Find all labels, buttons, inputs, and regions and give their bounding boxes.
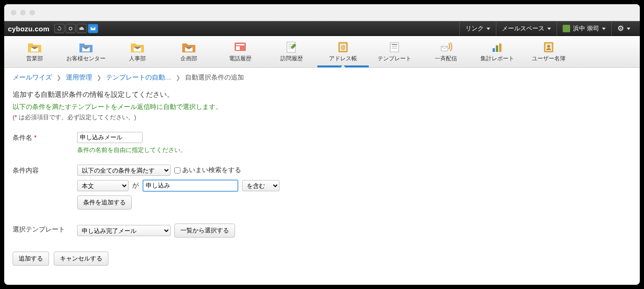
tool-visit-history[interactable]: 訪問履歴: [266, 39, 317, 67]
content-area: メールワイズ ❯ 運用管理 ❯ テンプレートの自動… ❯ 自動選択条件の追加 追…: [4, 68, 640, 285]
tool-report[interactable]: 集計レポート: [472, 39, 523, 67]
circle-icon[interactable]: [65, 24, 76, 33]
tool-sales[interactable]: 営業部: [9, 39, 60, 67]
required-note: (* は必須項目です。必ず設定してください。): [13, 113, 631, 122]
tool-label: アドレス帳: [317, 55, 369, 63]
tool-label: 人事部: [112, 55, 163, 63]
document-edit-icon: [284, 41, 299, 54]
macos-titlebar: [4, 4, 640, 21]
chevron-right-icon: ❯: [57, 74, 61, 81]
app-window: cybozu.com リンク メールスペース 浜中 崇司 ⚙: [4, 4, 640, 285]
report-icon: [490, 41, 505, 54]
svg-rect-9: [392, 44, 397, 45]
breadcrumb-link[interactable]: 運用管理: [66, 73, 92, 81]
svg-text:@: @: [341, 45, 345, 50]
breadcrumb-link[interactable]: メールワイズ: [13, 73, 52, 81]
svg-rect-12: [493, 48, 495, 52]
chevron-right-icon: ❯: [176, 74, 180, 81]
avatar: [563, 25, 570, 32]
label-condition-name: 条件名 *: [13, 132, 69, 142]
svg-rect-13: [496, 45, 498, 52]
match-mode-select[interactable]: 以下の全ての条件を満たす: [77, 165, 171, 176]
tool-hr[interactable]: 人事部: [112, 39, 163, 67]
fuzzy-label: あいまい検索をする: [182, 166, 241, 174]
template-select[interactable]: 申し込み完了メール: [77, 225, 171, 236]
tool-address-book[interactable]: @ アドレス帳: [317, 39, 369, 67]
tool-template[interactable]: テンプレート: [369, 39, 420, 67]
tool-label: テンプレート: [369, 55, 420, 63]
chevron-right-icon: ❯: [97, 74, 101, 81]
fuzzy-checkbox-wrap[interactable]: あいまい検索をする: [174, 166, 241, 174]
tool-label: ユーザー名簿: [523, 55, 574, 63]
breadcrumb-current: 自動選択条件の追加: [185, 73, 244, 81]
top-menu-links[interactable]: リンク: [459, 22, 496, 36]
tool-user-list[interactable]: ユーザー名簿: [523, 39, 574, 67]
folder-mail-icon: [130, 41, 145, 54]
chevron-down-icon: [547, 28, 551, 30]
chevron-down-icon: [602, 28, 606, 30]
svg-rect-11: [392, 48, 397, 49]
main-toolbar: 営業部 お客様センター 人事部 企画部 電話履歴 訪問履歴 @ アドレス帳 テン: [4, 36, 640, 68]
row-condition-name: 条件名 * 条件の名前を自由に指定してください。: [13, 132, 631, 154]
tool-label: 電話履歴: [215, 55, 266, 63]
refresh-icon[interactable]: [54, 24, 64, 33]
traffic-zoom[interactable]: [29, 10, 35, 15]
broadcast-icon: [438, 41, 453, 54]
top-menu-user-label: 浜中 崇司: [573, 24, 599, 33]
tool-broadcast[interactable]: 一斉配信: [420, 39, 472, 67]
svg-rect-3: [236, 46, 240, 50]
svg-rect-10: [392, 46, 397, 47]
fuzzy-checkbox[interactable]: [174, 167, 180, 173]
chevron-down-icon: [627, 28, 630, 30]
description-text: 以下の条件を満たすテンプレートをメール返信時に自動で選択します。: [13, 103, 631, 111]
tool-label: 集計レポート: [472, 55, 523, 63]
row-select-template: 選択テンプレート 申し込み完了メール 一覧から選択する: [13, 224, 631, 241]
submit-button[interactable]: 追加する: [13, 252, 49, 266]
form-actions: 追加する キャンセルする: [13, 252, 631, 266]
svg-rect-2: [236, 44, 244, 45]
top-menu-links-label: リンク: [465, 24, 484, 33]
tool-label: 営業部: [9, 55, 60, 63]
pick-from-list-button[interactable]: 一覧から選択する: [174, 224, 235, 238]
operator-select[interactable]: を含む: [242, 180, 279, 191]
folder-mail-icon: [181, 41, 196, 54]
cloud-icon[interactable]: [77, 24, 87, 33]
lead-text: 追加する自動選択条件の情報を設定してください。: [13, 90, 631, 99]
tool-planning[interactable]: 企画部: [163, 39, 215, 67]
tool-label: お客様センター: [60, 55, 112, 63]
top-menu-mailspace[interactable]: メールスペース: [496, 22, 557, 36]
top-menu-settings[interactable]: ⚙: [611, 22, 636, 36]
row-condition-body: 条件内容 以下の全ての条件を満たす あいまい検索をする 本文 が: [13, 165, 631, 213]
phone-history-icon: [233, 41, 248, 54]
tool-label: 企画部: [163, 55, 215, 63]
svg-rect-14: [499, 43, 501, 52]
top-menu-user[interactable]: 浜中 崇司: [557, 22, 611, 36]
chevron-down-icon: [487, 28, 490, 30]
cancel-button[interactable]: キャンセルする: [54, 252, 108, 266]
mail-icon[interactable]: [88, 24, 98, 33]
tool-customer-center[interactable]: お客様センター: [60, 39, 112, 67]
top-menu-mailspace-label: メールスペース: [502, 24, 544, 33]
svg-point-0: [69, 27, 72, 30]
traffic-minimize[interactable]: [20, 10, 26, 15]
tool-label: 一斉配信: [420, 55, 472, 63]
folder-mail-icon: [27, 41, 42, 54]
svg-point-17: [547, 45, 550, 48]
value-input[interactable]: [143, 180, 238, 192]
add-condition-button[interactable]: 条件を追加する: [77, 195, 132, 210]
ga-text: が: [132, 181, 139, 190]
condition-name-hint: 条件の名前を自由に指定してください。: [77, 146, 631, 154]
condition-name-input[interactable]: [77, 132, 143, 143]
tool-call-history[interactable]: 電話履歴: [215, 39, 266, 67]
label-select-template: 選択テンプレート: [13, 224, 69, 234]
tool-label: 訪問履歴: [266, 55, 317, 63]
brand-logo[interactable]: cybozu.com: [8, 25, 50, 33]
address-book-icon: @: [336, 41, 351, 54]
breadcrumb: メールワイズ ❯ 運用管理 ❯ テンプレートの自動… ❯ 自動選択条件の追加: [13, 73, 631, 82]
field-select[interactable]: 本文: [77, 180, 129, 191]
traffic-close[interactable]: [11, 10, 16, 15]
folder-mail-icon: [79, 41, 93, 54]
breadcrumb-link[interactable]: テンプレートの自動…: [106, 73, 172, 81]
label-condition-body: 条件内容: [13, 165, 69, 175]
top-bar: cybozu.com リンク メールスペース 浜中 崇司 ⚙: [4, 21, 640, 36]
